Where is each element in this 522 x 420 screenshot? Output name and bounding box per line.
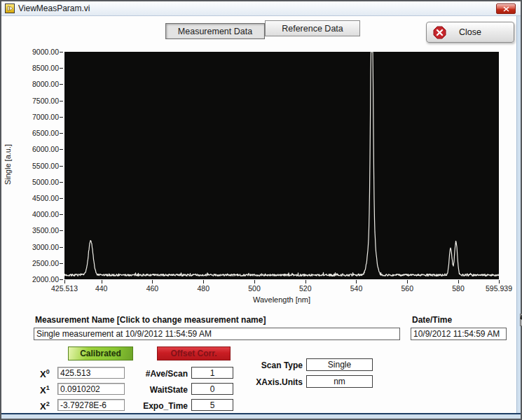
x-tick-label: 560	[389, 284, 425, 293]
y-tick-label: 9000.00	[15, 48, 59, 56]
calibrated-indicator-button[interactable]: Calibrated	[68, 346, 133, 360]
x-tick-mark	[499, 280, 500, 284]
xaxis-units-field[interactable]	[306, 375, 373, 388]
spectrum-plot-area[interactable]	[64, 52, 499, 279]
x-tick-label: 540	[338, 284, 374, 293]
x1-field[interactable]	[57, 383, 125, 395]
expo-time-label: Expo_Time	[132, 401, 188, 411]
y-tick-label: 4500.00	[15, 194, 59, 202]
offset-corr-indicator-button[interactable]: Offset Corr.	[157, 346, 231, 360]
spectrum-trace	[64, 52, 499, 279]
y-tick-mark	[60, 214, 63, 215]
y-tick-label: 2500.00	[15, 259, 59, 267]
y-tick-mark	[60, 84, 63, 85]
x-tick-label: 480	[185, 284, 221, 293]
y-tick-mark	[60, 149, 63, 150]
x-tick-label: 520	[287, 284, 324, 293]
y-tick-label: 5500.00	[15, 162, 59, 170]
x-tick-mark	[356, 280, 357, 284]
y-tick-mark	[60, 117, 63, 118]
y-tick-mark	[60, 247, 63, 248]
measurement-name-label: Measurement Name [Click to change measur…	[35, 315, 266, 325]
x-tick-mark	[64, 280, 65, 284]
y-tick-label: 4000.00	[15, 210, 59, 218]
window-frame-bottom-band	[1, 413, 521, 419]
y-tick-label: 3000.00	[15, 243, 59, 251]
waitstate-label: WaitState	[132, 385, 188, 395]
y-tick-label: 8500.00	[15, 64, 59, 72]
measurement-name-input[interactable]	[34, 328, 400, 340]
ave-scan-label: #Ave/Scan	[132, 369, 188, 379]
titlebar[interactable]: ViewMeasParam.vi	[1, 1, 521, 16]
ave-scan-field[interactable]	[191, 367, 233, 379]
x-tick-mark	[458, 280, 459, 284]
x0-label: X0	[40, 368, 50, 379]
y-tick-label: 7500.00	[15, 97, 59, 105]
y-tick-mark	[60, 133, 63, 134]
labview-app-icon	[5, 4, 15, 13]
x-tick-label: 460	[134, 284, 170, 293]
y-tick-label: 8000.00	[15, 80, 59, 88]
x2-field[interactable]	[57, 399, 125, 411]
x-tick-mark	[152, 280, 153, 284]
y-tick-mark	[60, 166, 63, 167]
close-button-label: Close	[427, 22, 514, 42]
window-frame-right-band	[516, 16, 521, 419]
y-tick-label: 6500.00	[15, 129, 59, 137]
titlebar-close-icon[interactable]	[496, 4, 516, 14]
y-tick-mark	[60, 182, 63, 183]
tab-reference-data[interactable]: Reference Data	[265, 20, 360, 36]
x-tick-mark	[305, 280, 306, 284]
x2-label: X2	[40, 400, 50, 412]
window-title: ViewMeasParam.vi	[18, 4, 90, 13]
x-tick-label: 440	[83, 284, 120, 293]
y-tick-mark	[60, 279, 63, 280]
scan-type-field[interactable]	[306, 358, 373, 371]
y-tick-label: 5000.00	[15, 178, 59, 186]
application-window: ViewMeasParam.vi Measurement Data Refere…	[0, 0, 522, 420]
y-tick-mark	[60, 198, 63, 199]
y-tick-mark	[60, 52, 63, 52]
expo-time-field[interactable]	[191, 399, 233, 411]
datetime-field[interactable]	[411, 328, 507, 340]
x-tick-label: 595.939	[481, 284, 517, 293]
datetime-label: Date/Time	[412, 315, 452, 325]
y-tick-mark	[60, 68, 63, 69]
x0-field[interactable]	[57, 367, 125, 379]
x-tick-label: 580	[440, 284, 476, 293]
waitstate-field[interactable]	[191, 383, 233, 395]
y-tick-mark	[60, 230, 63, 231]
y-tick-label: 6000.00	[15, 145, 59, 153]
x-axis-title: Wavelength [nm]	[233, 295, 331, 304]
xaxis-units-label: XAxis.Units	[247, 377, 303, 387]
tab-measurement-data[interactable]: Measurement Data	[165, 23, 265, 39]
x-tick-label: 500	[236, 284, 273, 293]
x1-label: X1	[40, 384, 50, 396]
close-button[interactable]: Close	[426, 22, 514, 43]
x-tick-label: 425.513	[46, 284, 83, 293]
y-tick-label: 3500.00	[15, 226, 59, 234]
y-axis-title: Single [a.u.]	[4, 126, 12, 203]
x-tick-mark	[102, 280, 102, 284]
y-tick-label: 2000.00	[15, 275, 59, 284]
x-tick-mark	[254, 280, 255, 284]
x-tick-mark	[203, 280, 204, 284]
window-frame: ViewMeasParam.vi Measurement Data Refere…	[1, 1, 521, 419]
y-tick-label: 7000.00	[15, 113, 59, 121]
y-tick-mark	[60, 101, 63, 102]
y-tick-mark	[60, 263, 63, 264]
x-tick-mark	[407, 280, 408, 284]
scan-type-label: Scan Type	[254, 360, 303, 370]
